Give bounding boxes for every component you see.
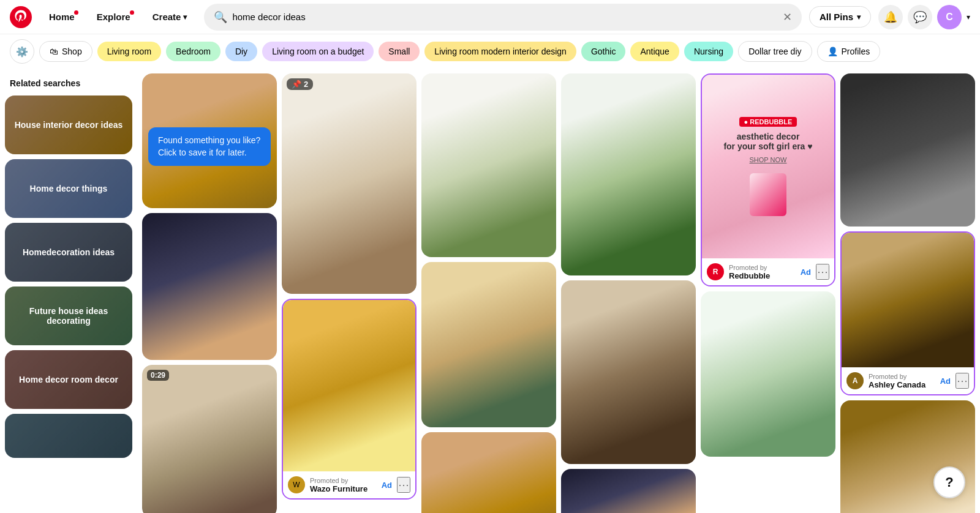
ad-name-ashley: Ashley Canada: [869, 380, 935, 389]
ad-promoted-label-rb: Promoted by: [729, 264, 796, 271]
ad-more-rb-button[interactable]: ⋯: [816, 264, 829, 280]
pin-card-10[interactable]: [561, 280, 696, 464]
related-item-homedecoration[interactable]: Homedecoration ideas: [5, 223, 132, 282]
ad-name-wazo: Wazo Furniture: [310, 484, 377, 493]
ad-footer-wazo: W Promoted by Wazo Furniture Ad ⋯: [283, 471, 415, 498]
related-item-future-house[interactable]: Future house ideas decorating: [5, 286, 132, 345]
related-searches-label: Related searches: [5, 73, 132, 95]
pin-card-3[interactable]: 0:29: [142, 365, 277, 513]
explore-notification-dot: [130, 10, 134, 15]
video-duration-badge: 0:29: [147, 370, 169, 381]
filter-gothic[interactable]: Gothic: [581, 42, 625, 61]
filter-small[interactable]: Small: [379, 42, 420, 61]
pin-card-9[interactable]: [561, 73, 696, 275]
filter-modern-interior[interactable]: Living room modern interior design: [424, 42, 576, 61]
ad-avatar-redbubble: R: [707, 263, 724, 280]
filter-settings-button[interactable]: ⚙️: [10, 39, 34, 64]
save-tooltip: Found something you like? Click to save …: [148, 127, 271, 166]
pin-count-badge: 📌2: [287, 78, 313, 90]
ad-promoted-label-ashley: Promoted by: [869, 373, 935, 380]
pin-card-12-ad[interactable]: ● REDBUBBLE aesthetic decorfor your soft…: [701, 73, 835, 286]
search-input[interactable]: [232, 12, 778, 22]
nav-create[interactable]: Create ▾: [143, 7, 197, 27]
all-pins-button[interactable]: All Pins ▾: [809, 6, 871, 28]
pin-column-6: A Promoted by Ashley Canada Ad ⋯: [840, 73, 975, 513]
pin-card-15-ad[interactable]: A Promoted by Ashley Canada Ad ⋯: [840, 231, 975, 395]
profiles-icon: 👤: [827, 47, 838, 56]
ad-avatar-wazo: W: [288, 476, 305, 493]
help-button[interactable]: ?: [933, 466, 965, 498]
sidebar: Related searches House interior decor id…: [0, 73, 137, 513]
ad-more-button[interactable]: ⋯: [397, 477, 410, 493]
create-chevron-icon: ▾: [183, 13, 187, 21]
account-chevron-icon: ▾: [967, 13, 970, 21]
avatar[interactable]: C: [937, 5, 962, 29]
related-item-home-decor-things[interactable]: Home decor things: [5, 159, 132, 218]
ad-label-rb: Ad: [801, 268, 811, 277]
pin-card-1[interactable]: Found something you like? Click to save …: [142, 73, 277, 208]
related-item-extra[interactable]: [5, 414, 132, 458]
pin-card-5-ad[interactable]: W Promoted by Wazo Furniture Ad ⋯: [282, 299, 417, 500]
nav-home[interactable]: Home: [39, 7, 85, 27]
clear-search-button[interactable]: ✕: [783, 10, 792, 24]
related-item-house-interior[interactable]: House interior decor ideas: [5, 95, 132, 154]
pin-card-8[interactable]: [421, 432, 556, 513]
pin-card-2[interactable]: [142, 213, 277, 360]
search-icon: 🔍: [214, 10, 227, 24]
shop-icon: 🛍: [50, 47, 58, 56]
filter-nursing[interactable]: Nursing: [684, 42, 733, 61]
filter-dollar-tree[interactable]: Dollar tree diy: [738, 41, 812, 62]
home-notification-dot: [74, 10, 78, 15]
pin-card-6[interactable]: [421, 73, 556, 257]
filter-living-room-budget[interactable]: Living room on a budget: [262, 42, 374, 61]
pin-card-14[interactable]: [840, 73, 975, 227]
ad-name-rb: Redbubble: [729, 271, 796, 280]
pin-card-4[interactable]: 📌2: [282, 73, 417, 294]
ad-footer-ashley: A Promoted by Ashley Canada Ad ⋯: [842, 367, 974, 394]
ad-label: Ad: [382, 481, 392, 490]
main-content: Related searches House interior decor id…: [0, 69, 980, 513]
filter-diy[interactable]: Diy: [225, 42, 257, 61]
pin-column-5: ● REDBUBBLE aesthetic decorfor your soft…: [701, 73, 835, 513]
pin-column-1: Found something you like? Click to save …: [142, 73, 277, 513]
filter-antique[interactable]: Antique: [630, 42, 679, 61]
search-bar: 🔍 ✕: [204, 4, 802, 31]
related-item-home-decor-room[interactable]: Home decor room decor: [5, 350, 132, 409]
nav-explore[interactable]: Explore: [87, 7, 140, 27]
pin-column-3: [421, 73, 556, 513]
ad-more-ashley-button[interactable]: ⋯: [956, 373, 969, 389]
filter-bedroom[interactable]: Bedroom: [166, 42, 221, 61]
messages-button[interactable]: 💬: [908, 5, 932, 29]
all-pins-chevron-icon: ▾: [857, 13, 861, 21]
ad-avatar-ashley: A: [846, 372, 864, 389]
pin-column-4: [561, 73, 696, 513]
notifications-button[interactable]: 🔔: [878, 5, 903, 29]
main-nav: Home Explore Create ▾: [39, 7, 197, 27]
pin-card-7[interactable]: [421, 262, 556, 427]
logo[interactable]: [10, 6, 32, 28]
ad-footer-redbubble: R Promoted by Redbubble Ad ⋯: [702, 258, 834, 285]
filter-living-room[interactable]: Living room: [97, 42, 161, 61]
filter-bar: ⚙️ 🛍 Shop Living room Bedroom Diy Living…: [0, 34, 980, 69]
header: Home Explore Create ▾ 🔍 ✕ All Pins ▾ 🔔 💬…: [0, 0, 980, 34]
pin-card-11[interactable]: [561, 469, 696, 513]
pin-column-2: 📌2 W Promoted by Wazo Furniture Ad ⋯: [282, 73, 417, 513]
filter-shop[interactable]: 🛍 Shop: [39, 41, 92, 62]
filter-profiles[interactable]: 👤 Profiles: [817, 41, 881, 62]
ad-promoted-label: Promoted by: [310, 477, 377, 484]
header-icons: 🔔 💬 C ▾: [878, 5, 970, 29]
ad-label-ashley: Ad: [940, 376, 951, 386]
pin-card-13[interactable]: [701, 291, 835, 457]
